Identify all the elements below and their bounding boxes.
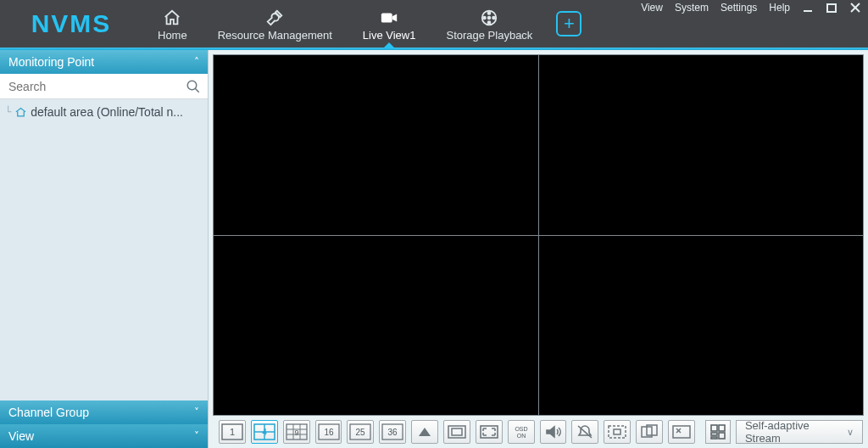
- nav-live-view[interactable]: Live View1: [348, 0, 431, 48]
- nav-live-label: Live View1: [363, 29, 416, 42]
- video-grid: [213, 54, 864, 416]
- layout-4[interactable]: 4: [251, 420, 278, 444]
- svg-rect-8: [827, 4, 836, 12]
- search-icon[interactable]: [186, 79, 201, 94]
- original-size-icon: [446, 423, 468, 440]
- device-tree: └ default area (Online/Total n...: [0, 99, 208, 400]
- topbar: NVMS Home Resource Management Live View1…: [0, 0, 868, 48]
- tools-icon: [265, 8, 284, 27]
- layout-original-size[interactable]: [443, 420, 470, 444]
- layout-36[interactable]: 36: [379, 420, 406, 444]
- record-icon: [638, 423, 660, 440]
- svg-rect-49: [719, 433, 725, 439]
- layout-custom-up[interactable]: [411, 420, 438, 444]
- svg-rect-38: [609, 426, 626, 438]
- video-cell-3[interactable]: [214, 236, 538, 416]
- svg-text:OSD: OSD: [515, 426, 527, 432]
- layout-9[interactable]: 9: [283, 420, 310, 444]
- body: Monitoring Point ˄ └ default area (Onlin…: [0, 50, 868, 448]
- svg-point-5: [484, 16, 487, 19]
- tree-item-label: default area (Online/Total n...: [31, 105, 183, 119]
- menu-system[interactable]: System: [675, 2, 709, 14]
- svg-rect-33: [452, 428, 462, 435]
- menu-help[interactable]: Help: [769, 2, 790, 14]
- menu-view[interactable]: View: [641, 2, 663, 14]
- svg-marker-31: [419, 428, 431, 436]
- svg-text:4: 4: [262, 428, 267, 437]
- system-menu: View System Settings Help: [641, 2, 861, 14]
- film-reel-icon: [480, 8, 498, 27]
- plus-icon: +: [556, 11, 581, 36]
- speaker-icon: [542, 423, 565, 440]
- nav-add-tab[interactable]: +: [548, 0, 590, 48]
- tree-branch-icon: └: [5, 106, 11, 118]
- main-area: 1 4 9 16 25 36: [209, 50, 868, 448]
- panel-monitoring-point[interactable]: Monitoring Point ˄: [0, 50, 208, 74]
- video-cell-2[interactable]: [539, 55, 864, 235]
- grid-panel-icon: [710, 424, 726, 440]
- svg-line-12: [195, 88, 199, 92]
- osd-toggle[interactable]: OSDON: [508, 420, 535, 444]
- svg-point-3: [493, 16, 496, 19]
- ptz-panel-button[interactable]: [705, 420, 731, 444]
- layout-16[interactable]: 16: [315, 420, 342, 444]
- layout-25[interactable]: 25: [347, 420, 374, 444]
- close-all-button[interactable]: [668, 420, 695, 444]
- chevron-down-icon: ˅: [194, 406, 199, 418]
- chevron-down-icon: ∨: [847, 427, 854, 438]
- chevron-up-icon: ˄: [194, 56, 199, 68]
- svg-text:9: 9: [294, 428, 298, 437]
- snapshot-button[interactable]: [604, 420, 631, 444]
- osd-icon: OSDON: [510, 423, 532, 440]
- svg-rect-45: [711, 425, 717, 431]
- menu-settings[interactable]: Settings: [721, 2, 757, 14]
- svg-rect-32: [448, 426, 465, 438]
- fullscreen-button[interactable]: [476, 420, 503, 444]
- nav-resource-management[interactable]: Resource Management: [203, 0, 348, 48]
- record-button[interactable]: [636, 420, 663, 444]
- nav-storage-label: Storage Playback: [446, 29, 532, 42]
- svg-rect-46: [719, 425, 725, 431]
- window-minimize[interactable]: [802, 2, 814, 14]
- svg-text:1: 1: [230, 427, 235, 437]
- fullscreen-icon: [478, 423, 500, 440]
- tree-item-default-area[interactable]: └ default area (Online/Total n...: [5, 103, 208, 121]
- panel-view-label: View: [8, 429, 34, 443]
- svg-point-6: [488, 16, 491, 19]
- nav-home[interactable]: Home: [142, 0, 203, 48]
- layout-1[interactable]: 1: [219, 420, 246, 444]
- home-small-icon: [14, 106, 27, 119]
- chevron-down-icon: ˅: [194, 430, 199, 442]
- svg-rect-42: [673, 426, 690, 438]
- panel-monitoring-label: Monitoring Point: [8, 55, 94, 69]
- sidebar: Monitoring Point ˄ └ default area (Onlin…: [0, 50, 209, 448]
- panel-channel-group[interactable]: Channel Group ˅: [0, 400, 208, 424]
- panel-view[interactable]: View ˅: [0, 424, 208, 448]
- alarm-toggle[interactable]: [571, 420, 598, 444]
- svg-text:16: 16: [324, 428, 334, 437]
- snapshot-icon: [606, 423, 628, 440]
- close-panels-icon: [670, 423, 693, 440]
- svg-point-4: [488, 21, 491, 24]
- video-cell-4[interactable]: [539, 236, 864, 416]
- search-input[interactable]: [7, 79, 181, 94]
- window-maximize[interactable]: [826, 2, 837, 14]
- svg-rect-34: [481, 426, 498, 438]
- video-cell-1[interactable]: [214, 55, 538, 235]
- svg-rect-47: [711, 433, 717, 435]
- nav-storage-playback[interactable]: Storage Playback: [431, 0, 548, 48]
- window-close[interactable]: [849, 2, 861, 14]
- audio-toggle[interactable]: [540, 420, 567, 444]
- app-logo: NVMS: [0, 0, 142, 48]
- panel-channel-label: Channel Group: [8, 406, 89, 419]
- svg-text:36: 36: [388, 428, 398, 437]
- nav-home-label: Home: [158, 29, 187, 42]
- stream-select[interactable]: Self-adaptive Stream ∨: [736, 420, 863, 444]
- home-icon: [163, 8, 181, 27]
- camera-icon: [380, 8, 398, 27]
- triangle-up-icon: [414, 423, 436, 440]
- stream-select-label: Self-adaptive Stream: [745, 419, 840, 445]
- svg-rect-48: [711, 437, 717, 439]
- svg-point-11: [187, 81, 197, 90]
- svg-point-2: [488, 12, 491, 14]
